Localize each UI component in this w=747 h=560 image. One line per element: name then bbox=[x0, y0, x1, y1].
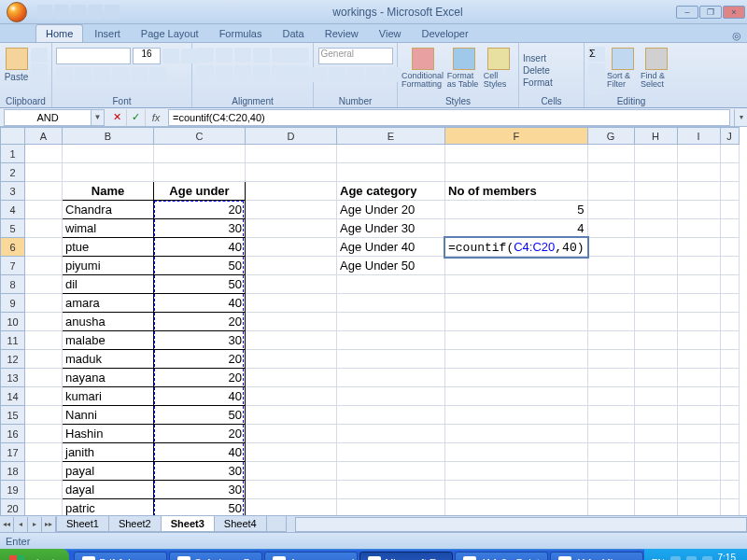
cell-G18[interactable] bbox=[587, 462, 634, 481]
sheet-tab-sheet1[interactable]: Sheet1 bbox=[56, 516, 109, 532]
cell-J16[interactable] bbox=[720, 425, 739, 443]
last-sheet-icon[interactable]: ▸▸ bbox=[42, 517, 56, 532]
cell-B2[interactable] bbox=[63, 163, 154, 182]
cell-A4[interactable] bbox=[25, 201, 63, 219]
format-painter-icon[interactable] bbox=[31, 79, 48, 94]
cell-I7[interactable] bbox=[677, 257, 720, 275]
horizontal-scrollbar[interactable] bbox=[295, 517, 747, 532]
formula-expand-icon[interactable]: ▾ bbox=[734, 109, 747, 126]
row-header-11[interactable]: 11 bbox=[1, 331, 25, 350]
cell-A17[interactable] bbox=[25, 443, 63, 462]
cell-C4[interactable]: 20 bbox=[154, 201, 246, 219]
cell-D10[interactable] bbox=[246, 313, 337, 331]
cell-F18[interactable] bbox=[445, 462, 588, 481]
row-header-13[interactable]: 13 bbox=[1, 369, 25, 387]
row-header-18[interactable]: 18 bbox=[1, 462, 25, 481]
cell-G16[interactable] bbox=[587, 425, 634, 443]
cell-F16[interactable] bbox=[445, 425, 588, 443]
cell-J7[interactable] bbox=[720, 257, 739, 275]
cell-J6[interactable] bbox=[720, 238, 739, 257]
cell-I19[interactable] bbox=[677, 481, 720, 499]
cell-F5[interactable]: 4 bbox=[445, 219, 588, 238]
cell-A12[interactable] bbox=[25, 350, 63, 369]
cell-G17[interactable] bbox=[587, 443, 634, 462]
cell-E10[interactable] bbox=[337, 313, 445, 331]
col-header-H[interactable]: H bbox=[634, 128, 677, 145]
col-header-G[interactable]: G bbox=[587, 128, 634, 145]
cell-E16[interactable] bbox=[337, 425, 445, 443]
cell-J4[interactable] bbox=[720, 201, 739, 219]
cell-H8[interactable] bbox=[634, 275, 677, 294]
cell-D6[interactable] bbox=[246, 238, 337, 257]
cell-G4[interactable] bbox=[587, 201, 634, 219]
increase-font-icon[interactable] bbox=[162, 49, 179, 63]
cell-D8[interactable] bbox=[246, 275, 337, 294]
cell-I10[interactable] bbox=[677, 313, 720, 331]
cell-J19[interactable] bbox=[720, 481, 739, 499]
cell-D3[interactable] bbox=[246, 182, 337, 201]
fill-icon[interactable] bbox=[588, 63, 605, 78]
minimize-button[interactable]: – bbox=[676, 6, 698, 19]
cell-H10[interactable] bbox=[634, 313, 677, 331]
cancel-formula-icon[interactable]: ✕ bbox=[108, 109, 127, 126]
cell-I15[interactable] bbox=[677, 406, 720, 425]
border-icon[interactable] bbox=[112, 67, 129, 82]
cell-J8[interactable] bbox=[720, 275, 739, 294]
row-header-9[interactable]: 9 bbox=[1, 294, 25, 313]
col-header-B[interactable]: B bbox=[63, 128, 154, 145]
cell-A2[interactable] bbox=[25, 163, 63, 182]
cell-G13[interactable] bbox=[587, 369, 634, 387]
cell-C11[interactable]: 30 bbox=[154, 331, 246, 350]
cell-C1[interactable] bbox=[154, 145, 246, 163]
prev-sheet-icon[interactable]: ◂ bbox=[14, 517, 28, 532]
cell-H2[interactable] bbox=[634, 163, 677, 182]
col-header-J[interactable]: J bbox=[720, 128, 739, 145]
paste-button[interactable]: Paste bbox=[4, 46, 29, 96]
cell-D15[interactable] bbox=[246, 406, 337, 425]
cell-F17[interactable] bbox=[445, 443, 588, 462]
cell-J18[interactable] bbox=[720, 462, 739, 481]
cell-A5[interactable] bbox=[25, 219, 63, 238]
tray-icon[interactable] bbox=[702, 556, 712, 560]
sheet-tab-sheet3[interactable]: Sheet3 bbox=[161, 516, 215, 532]
cell-E12[interactable] bbox=[337, 350, 445, 369]
tab-developer[interactable]: Developer bbox=[412, 25, 477, 42]
cell-D1[interactable] bbox=[246, 145, 337, 163]
office-button[interactable] bbox=[0, 0, 34, 24]
cell-H11[interactable] bbox=[634, 331, 677, 350]
cell-B10[interactable]: anusha bbox=[63, 313, 154, 331]
font-name-select[interactable] bbox=[56, 48, 131, 64]
tab-home[interactable]: Home bbox=[35, 24, 83, 42]
cell-I9[interactable] bbox=[677, 294, 720, 313]
select-all-corner[interactable] bbox=[1, 128, 25, 145]
cell-A1[interactable] bbox=[25, 145, 63, 163]
cell-B13[interactable]: nayana bbox=[63, 369, 154, 387]
cell-A18[interactable] bbox=[25, 462, 63, 481]
cell-F10[interactable] bbox=[445, 313, 588, 331]
cell-C8[interactable]: 50 bbox=[154, 275, 246, 294]
align-left-icon[interactable] bbox=[197, 65, 214, 80]
cell-C18[interactable]: 30 bbox=[154, 462, 246, 481]
cell-C16[interactable]: 20 bbox=[154, 425, 246, 443]
cell-G1[interactable] bbox=[587, 145, 634, 163]
cell-B19[interactable]: dayal bbox=[63, 481, 154, 499]
cell-A19[interactable] bbox=[25, 481, 63, 499]
cell-G6[interactable] bbox=[587, 238, 634, 257]
name-box[interactable]: AND bbox=[4, 109, 92, 126]
cell-F7[interactable] bbox=[445, 257, 588, 275]
cell-A11[interactable] bbox=[25, 331, 63, 350]
cell-B11[interactable]: malabe bbox=[63, 331, 154, 350]
underline-icon[interactable] bbox=[93, 67, 110, 82]
cell-D13[interactable] bbox=[246, 369, 337, 387]
cell-F13[interactable] bbox=[445, 369, 588, 387]
cell-F2[interactable] bbox=[445, 163, 588, 182]
cell-H19[interactable] bbox=[634, 481, 677, 499]
taskbar-item[interactable]: Pdf Jobs - o... bbox=[74, 552, 167, 560]
cell-C6[interactable]: 40 bbox=[154, 238, 246, 257]
row-header-3[interactable]: 3 bbox=[1, 182, 25, 201]
taskbar-item[interactable]: Answers word bbox=[264, 552, 358, 560]
cell-B12[interactable]: maduk bbox=[63, 350, 154, 369]
cell-F12[interactable] bbox=[445, 350, 588, 369]
cell-E1[interactable] bbox=[337, 145, 445, 163]
cell-F14[interactable] bbox=[445, 387, 588, 406]
